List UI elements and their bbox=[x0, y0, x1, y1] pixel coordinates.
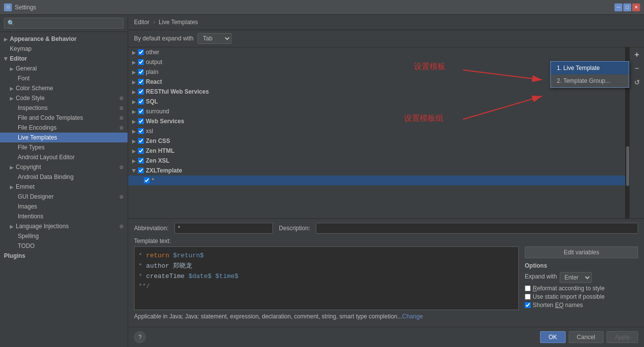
nav-label: Intentions bbox=[18, 213, 43, 220]
nav-label: Code Style bbox=[16, 95, 45, 102]
sidebar-item-plugins[interactable]: Plugins bbox=[0, 251, 128, 261]
template-group-item[interactable]: ▶ Zen XSL bbox=[128, 156, 625, 166]
group-checkbox[interactable] bbox=[138, 59, 144, 65]
nav-label: Plugins bbox=[4, 252, 25, 259]
arrow-icon: ▶ bbox=[4, 36, 8, 42]
title-bar: ⚙ Settings ─ □ ✕ bbox=[0, 0, 644, 15]
arrow-icon: ▶ bbox=[132, 169, 137, 173]
sidebar-item-android-data-binding[interactable]: Android Data Binding bbox=[0, 172, 128, 182]
settings-icon3: ⚙ bbox=[119, 115, 124, 121]
group-checkbox[interactable] bbox=[138, 148, 144, 154]
code-line-2: * author 郑晓龙 bbox=[138, 261, 514, 272]
ok-button[interactable]: OK bbox=[540, 331, 565, 343]
arrow-icon: ▶ bbox=[10, 96, 14, 101]
group-name: Zen HTML bbox=[146, 147, 174, 154]
template-group-item[interactable]: ▶ Web Services bbox=[128, 116, 625, 126]
group-name: Zen CSS bbox=[146, 138, 170, 144]
item-checkbox[interactable] bbox=[144, 177, 150, 183]
change-link[interactable]: Change bbox=[402, 313, 423, 320]
template-code-editor[interactable]: * return $return$ * author 郑晓龙 * createT… bbox=[134, 246, 519, 310]
sidebar-item-file-types[interactable]: File Types bbox=[0, 142, 128, 152]
sidebar-item-intentions[interactable]: Intentions bbox=[0, 211, 128, 221]
sidebar-item-code-style[interactable]: ▶ Code Style ⚙ bbox=[0, 93, 128, 103]
sidebar-item-emmet[interactable]: ▶ Emmet bbox=[0, 182, 128, 192]
sidebar-item-color-scheme[interactable]: ▶ Color Scheme bbox=[0, 83, 128, 93]
static-import-label: Use static import if possible bbox=[533, 293, 605, 300]
sidebar-item-spelling[interactable]: Spelling bbox=[0, 231, 128, 241]
arrow-icon: ▶ bbox=[132, 69, 136, 75]
reset-button[interactable]: ↺ bbox=[632, 77, 643, 88]
expand-with-select[interactable]: Enter Tab Space bbox=[560, 272, 592, 283]
template-group-item[interactable]: ▶ surround bbox=[128, 106, 625, 116]
static-import-checkbox[interactable] bbox=[525, 294, 531, 300]
sidebar-item-general[interactable]: ▶ General bbox=[0, 64, 128, 73]
abbreviation-input[interactable] bbox=[174, 223, 273, 234]
template-group-item[interactable]: ▶ xsl bbox=[128, 126, 625, 136]
arrow-icon: ▶ bbox=[132, 79, 136, 85]
sidebar-item-images[interactable]: Images bbox=[0, 202, 128, 211]
template-group-item[interactable]: ▶ RESTful Web Services bbox=[128, 87, 625, 97]
group-checkbox[interactable] bbox=[138, 158, 144, 164]
options-panel: Edit variables Options Expand with Enter… bbox=[525, 246, 638, 310]
group-checkbox[interactable] bbox=[138, 138, 144, 144]
description-input[interactable] bbox=[316, 223, 638, 234]
group-checkbox[interactable] bbox=[138, 108, 144, 114]
group-checkbox[interactable] bbox=[138, 79, 144, 85]
template-group-zxl[interactable]: ▶ ZXLTemplate bbox=[128, 166, 625, 175]
sidebar-item-todo[interactable]: TODO bbox=[0, 241, 128, 251]
template-group-item[interactable]: ▶ SQL bbox=[128, 97, 625, 106]
remove-button[interactable]: − bbox=[632, 63, 643, 74]
arrow-icon: ▶ bbox=[10, 165, 14, 170]
sidebar-item-inspections[interactable]: Inspections ⚙ bbox=[0, 103, 128, 113]
group-checkbox[interactable] bbox=[138, 49, 144, 55]
window-title: Settings bbox=[15, 4, 36, 11]
bottom-bar: ? OK Cancel Apply bbox=[128, 327, 644, 347]
edit-variables-button[interactable]: Edit variables bbox=[525, 246, 638, 258]
group-checkbox[interactable] bbox=[138, 89, 144, 95]
help-button[interactable]: ? bbox=[134, 331, 146, 343]
group-checkbox[interactable] bbox=[138, 128, 144, 134]
cancel-button[interactable]: Cancel bbox=[569, 331, 604, 343]
expand-settings-bar: By default expand with Tab Enter Space bbox=[128, 30, 644, 47]
templates-area: ▶ other ▶ output ▶ plain bbox=[128, 47, 644, 218]
group-checkbox[interactable] bbox=[138, 168, 144, 174]
code-line-3: * createTime $date$ $time$ bbox=[138, 272, 514, 282]
sidebar-item-gui-designer[interactable]: GUI Designer ⚙ bbox=[0, 192, 128, 202]
sidebar-item-file-code-templates[interactable]: File and Code Templates ⚙ bbox=[0, 113, 128, 123]
nav-label: Font bbox=[18, 75, 30, 82]
nav-label: Copyright bbox=[16, 164, 41, 171]
maximize-button[interactable]: □ bbox=[623, 3, 631, 11]
group-checkbox[interactable] bbox=[138, 118, 144, 124]
reformat-row: Reformat according to style bbox=[525, 285, 638, 292]
template-group-option[interactable]: 2. Template Group... bbox=[551, 74, 629, 87]
search-input[interactable] bbox=[4, 18, 124, 29]
add-button[interactable]: + bbox=[632, 49, 643, 60]
close-button[interactable]: ✕ bbox=[632, 3, 640, 11]
shorten-eq-checkbox[interactable] bbox=[525, 302, 531, 308]
nav-label: Android Layout Editor bbox=[18, 154, 74, 161]
sidebar-item-file-encodings[interactable]: File Encodings ⚙ bbox=[0, 123, 128, 133]
sidebar-item-language-injections[interactable]: ▶ Language Injections ⚙ bbox=[0, 221, 128, 231]
group-checkbox[interactable] bbox=[138, 99, 144, 104]
breadcrumb-live-templates: Live Templates bbox=[159, 19, 198, 26]
minimize-button[interactable]: ─ bbox=[614, 3, 622, 11]
expand-select[interactable]: Tab Enter Space bbox=[198, 33, 232, 44]
apply-button[interactable]: Apply bbox=[607, 331, 638, 343]
reformat-checkbox[interactable] bbox=[525, 285, 531, 291]
template-group-item[interactable]: ▶ other bbox=[128, 47, 625, 57]
sidebar-item-editor[interactable]: ▶ Editor bbox=[0, 54, 128, 64]
sidebar-item-live-templates[interactable]: Live Templates bbox=[0, 133, 128, 142]
group-checkbox[interactable] bbox=[138, 69, 144, 75]
template-group-item[interactable]: ▶ Zen HTML bbox=[128, 146, 625, 156]
sidebar-item-appearance[interactable]: ▶ Appearance & Behavior bbox=[0, 34, 128, 44]
sidebar-item-android-layout-editor[interactable]: Android Layout Editor bbox=[0, 152, 128, 162]
arrow-icon: ▶ bbox=[132, 158, 136, 164]
live-template-option[interactable]: 1. Live Template bbox=[551, 62, 629, 74]
window-controls[interactable]: ─ □ ✕ bbox=[614, 3, 640, 11]
template-item-star[interactable]: * bbox=[128, 175, 625, 185]
sidebar-item-copyright[interactable]: ▶ Copyright ⚙ bbox=[0, 162, 128, 172]
template-group-item[interactable]: ▶ Zen CSS bbox=[128, 136, 625, 146]
settings-icon6: ⚙ bbox=[119, 194, 124, 200]
sidebar-item-font[interactable]: Font bbox=[0, 73, 128, 83]
sidebar-item-keymap[interactable]: Keymap bbox=[0, 44, 128, 54]
